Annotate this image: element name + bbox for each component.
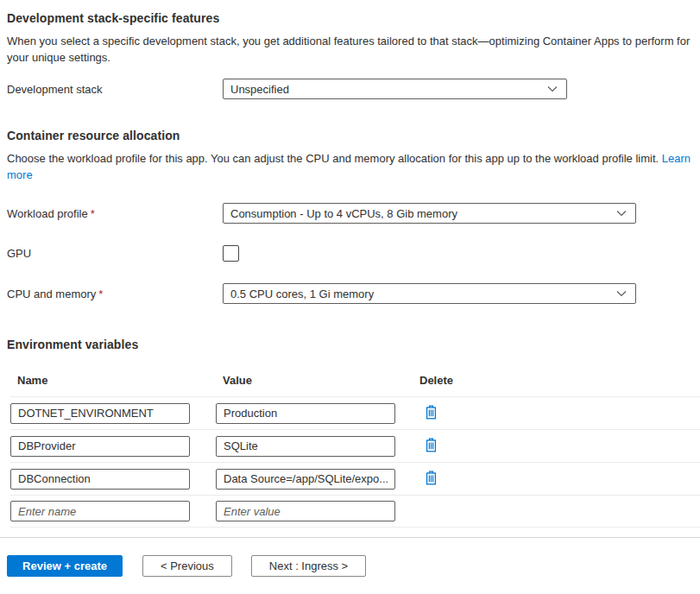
env-value-input[interactable] [216,436,395,457]
env-name-input-new[interactable] [10,501,190,521]
development-stack-select[interactable]: Unspecified [223,79,567,99]
delete-env-var-button[interactable] [421,436,441,457]
cpu-memory-label: CPU and memory* [7,288,223,300]
env-name-input[interactable] [10,403,190,424]
column-header-name: Name [10,374,216,387]
dev-stack-description: When you select a specific development s… [7,33,697,66]
gpu-row: GPU [7,245,700,262]
env-vars-table: Name Value Delete [10,374,700,528]
wizard-footer: Review + create < Previous Next : Ingres… [0,537,700,594]
column-header-value: Value [216,374,413,387]
trash-icon [425,405,438,422]
resource-allocation-description-text: Choose the workload profile for this app… [7,152,659,165]
gpu-label: GPU [7,247,223,260]
cpu-memory-selected-value: 0.5 CPU cores, 1 Gi memory [230,288,374,300]
next-ingress-button[interactable]: Next : Ingress > [251,555,366,577]
env-var-row [10,462,700,495]
delete-env-var-button[interactable] [421,469,441,490]
development-stack-label: Development stack [7,83,223,96]
workload-profile-row: Workload profile* Consumption - Up to 4 … [7,203,700,224]
env-var-new-row [10,495,700,528]
resource-allocation-description: Choose the workload profile for this app… [7,150,697,183]
cpu-memory-row: CPU and memory* 0.5 CPU cores, 1 Gi memo… [7,283,700,304]
env-name-input[interactable] [10,469,190,490]
resource-allocation-heading: Container resource allocation [7,129,700,142]
development-stack-row: Development stack Unspecified [7,79,700,99]
required-asterisk: * [91,207,95,220]
env-value-input[interactable] [216,469,395,490]
chevron-down-icon [616,210,627,217]
review-create-button[interactable]: Review + create [7,555,123,577]
env-var-row [10,429,700,462]
workload-profile-label: Workload profile* [7,207,223,220]
chevron-down-icon [547,85,558,92]
workload-profile-selected-value: Consumption - Up to 4 vCPUs, 8 Gib memor… [230,207,457,220]
chevron-down-icon [616,290,627,297]
env-value-input[interactable] [216,403,395,424]
cpu-memory-select[interactable]: 0.5 CPU cores, 1 Gi memory [223,283,636,304]
delete-env-var-button[interactable] [421,403,441,424]
previous-button[interactable]: < Previous [142,555,232,577]
env-var-row [10,396,700,429]
workload-profile-select[interactable]: Consumption - Up to 4 vCPUs, 8 Gib memor… [223,203,636,224]
required-asterisk: * [98,288,103,300]
gpu-checkbox[interactable] [223,245,239,262]
env-value-input-new[interactable] [216,501,395,521]
env-name-input[interactable] [10,436,190,457]
env-vars-table-header: Name Value Delete [10,374,700,396]
column-header-delete: Delete [413,374,700,387]
env-vars-heading: Environment variables [7,338,700,351]
development-stack-selected-value: Unspecified [230,83,289,96]
container-app-create-form: Development stack-specific features When… [0,0,700,594]
dev-stack-heading: Development stack-specific features [7,0,700,25]
trash-icon [425,438,438,455]
trash-icon [425,471,438,488]
